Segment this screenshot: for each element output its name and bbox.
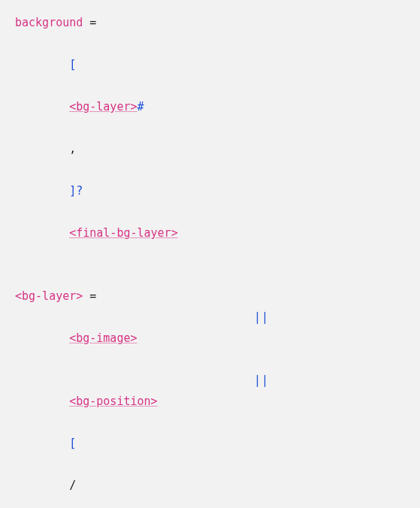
def-bg-layer: <bg-layer> = <bg-image> || <bg-position>… <box>15 286 405 508</box>
type-bg-layer[interactable]: <bg-layer> <box>69 100 137 113</box>
def-header: <bg-layer> = <box>15 286 405 307</box>
type-bg-position[interactable]: <bg-position> <box>69 395 157 408</box>
question-mark[interactable]: ? <box>76 184 83 198</box>
bracket-open: [ <box>69 437 76 450</box>
slash: / <box>69 479 76 492</box>
hash-multiplier[interactable]: # <box>137 100 144 113</box>
alt-row: <bg-position> [ / <bg-size> ]? || <box>15 370 405 508</box>
alt-row: <bg-image> || <box>15 307 405 370</box>
type-name: <bg-layer> <box>15 289 83 303</box>
def-body-row: [ <bg-layer># , ]? <final-bg-layer> <box>15 33 405 265</box>
type-bg-image[interactable]: <bg-image> <box>69 331 137 345</box>
bracket-open: [ <box>69 58 76 71</box>
type-final-bg-layer[interactable]: <final-bg-layer> <box>69 226 178 240</box>
property-name: background <box>15 16 83 29</box>
comma: , <box>69 142 76 156</box>
double-bar[interactable]: || <box>254 373 269 387</box>
equals-sign: = <box>89 16 96 29</box>
double-bar[interactable]: || <box>254 310 269 324</box>
equals-sign: = <box>89 289 96 303</box>
bracket-close: ] <box>69 184 76 198</box>
def-header: background = <box>15 12 405 33</box>
def-background: background = [ <bg-layer># , ]? <final-b… <box>15 12 405 265</box>
